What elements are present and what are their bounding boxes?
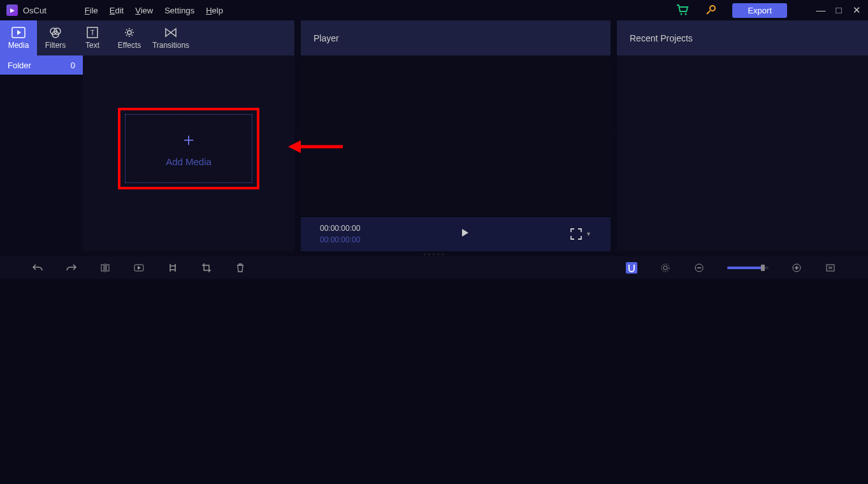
tab-text[interactable]: T Text [74, 20, 111, 55]
svg-point-2 [710, 6, 715, 11]
player-viewport[interactable]: ⋮ ⋮ [301, 55, 611, 216]
snap-button[interactable] [626, 262, 637, 274]
transitions-icon [164, 26, 178, 39]
window-close-button[interactable]: ✕ [851, 4, 862, 16]
zoom-slider[interactable] [727, 267, 769, 269]
menu-settings[interactable]: Settings [164, 6, 194, 15]
window-maximize-button[interactable]: □ [834, 4, 844, 16]
zoom-out-button[interactable] [693, 262, 705, 274]
app-logo-icon [6, 4, 18, 16]
upgrade-icon[interactable] [705, 4, 716, 16]
menubar: File Edit View Settings Help [85, 6, 223, 15]
svg-point-15 [663, 266, 667, 270]
app-title: OsCut [23, 6, 47, 15]
tab-label: Media [8, 41, 29, 50]
svg-point-0 [681, 13, 683, 15]
delete-button[interactable] [235, 262, 246, 274]
titlebar: OsCut File Edit View Settings Help Expor… [0, 0, 868, 20]
redo-button[interactable] [66, 262, 77, 274]
trim-button[interactable] [167, 262, 178, 274]
panel-headers-row: Media Filters T Text Effects Transitions [0, 20, 868, 55]
add-media-highlight: ＋ Add Media [118, 108, 259, 189]
chevron-down-icon: ▼ [586, 231, 591, 237]
folder-item[interactable]: Folder 0 [0, 55, 83, 75]
panel-resize-handle[interactable]: • • • • • [0, 251, 868, 256]
source-tabs-panel: Media Filters T Text Effects Transitions [0, 20, 294, 55]
tab-label: Transitions [152, 41, 189, 50]
player-panel-header: Player [301, 20, 611, 55]
window-minimize-button[interactable]: — [816, 4, 826, 16]
player-pane: ⋮ ⋮ 00:00:00:00 00:00:00:00 ▼ [301, 55, 611, 251]
text-icon: T [85, 26, 99, 39]
resize-handle-left[interactable]: ⋮ [297, 129, 300, 142]
svg-point-1 [685, 13, 687, 15]
undo-button[interactable] [32, 262, 43, 274]
add-media-button[interactable]: ＋ Add Media [125, 114, 252, 183]
player-panel-title: Player [314, 33, 339, 43]
folder-sidebar: Folder 0 [0, 55, 83, 251]
svg-point-9 [127, 31, 131, 34]
fullscreen-button[interactable]: ▼ [570, 228, 591, 240]
tab-label: Effects [118, 41, 141, 50]
svg-point-16 [662, 264, 669, 272]
svg-text:T: T [90, 29, 95, 36]
resize-handle-right[interactable]: ⋮ [612, 129, 614, 142]
folder-label: Folder [8, 61, 31, 70]
plus-icon: ＋ [180, 131, 198, 149]
menu-file[interactable]: File [85, 6, 98, 15]
tab-filters[interactable]: Filters [37, 20, 74, 55]
tab-transitions[interactable]: Transitions [148, 20, 194, 55]
effects-icon [122, 26, 136, 39]
menu-view[interactable]: View [135, 6, 153, 15]
zoom-in-button[interactable] [791, 262, 802, 274]
fit-button[interactable] [825, 262, 836, 274]
settings-icon-button[interactable] [660, 262, 671, 274]
player-controls: 00:00:00:00 00:00:00:00 ▼ [301, 216, 611, 251]
content-row: Folder 0 ＋ Add Media ⋮ ⋮ 00:00:00:00 00:… [0, 55, 868, 251]
svg-rect-12 [106, 265, 109, 271]
marker-button[interactable] [133, 262, 145, 274]
tab-media[interactable]: Media [0, 20, 37, 55]
timeline-toolbar [0, 256, 868, 279]
timecode-total: 00:00:00:00 [320, 235, 360, 244]
recent-panel-title: Recent Projects [630, 33, 693, 43]
media-icon [11, 26, 25, 39]
crop-button[interactable] [201, 262, 212, 274]
recent-panel-header: Recent Projects [617, 20, 868, 55]
tab-effects[interactable]: Effects [111, 20, 148, 55]
timecode-current: 00:00:00:00 [320, 224, 360, 233]
add-media-label: Add Media [166, 156, 212, 167]
recent-projects-pane [617, 55, 868, 251]
menu-edit[interactable]: Edit [110, 6, 124, 15]
menu-help[interactable]: Help [206, 6, 223, 15]
zoom-slider-thumb[interactable] [761, 265, 765, 271]
timeline-area[interactable] [0, 279, 868, 484]
media-pane: ＋ Add Media [83, 55, 294, 251]
split-button[interactable] [99, 262, 111, 274]
export-button[interactable]: Export [732, 3, 787, 18]
tab-label: Text [85, 41, 99, 50]
svg-rect-11 [101, 265, 104, 271]
play-button[interactable] [461, 228, 469, 240]
cart-icon[interactable] [676, 4, 689, 16]
folder-count: 0 [71, 61, 75, 70]
tab-label: Filters [45, 41, 66, 50]
filters-icon [48, 26, 62, 39]
